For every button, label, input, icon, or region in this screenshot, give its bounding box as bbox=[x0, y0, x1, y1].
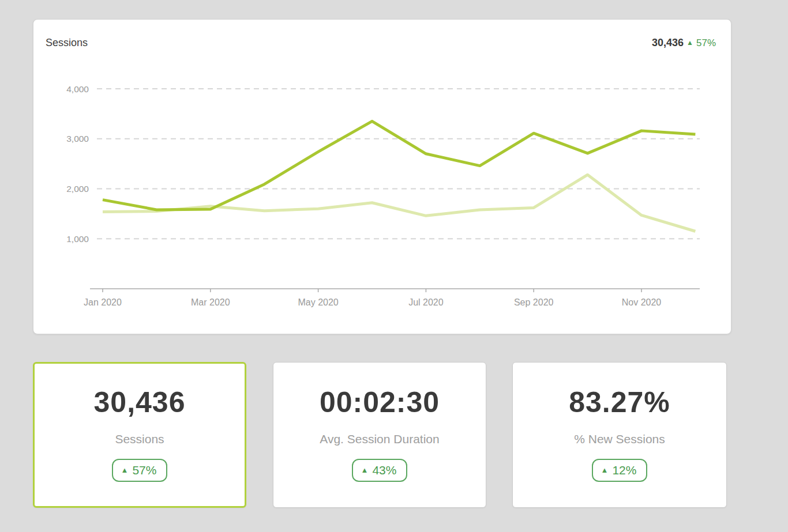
x-axis-label: Nov 2020 bbox=[622, 297, 662, 307]
chart-header: Sessions 30,436 ▲ 57% bbox=[46, 37, 716, 49]
trend-value: 57% bbox=[132, 464, 156, 476]
trend-up-icon: ▲ bbox=[686, 39, 693, 47]
x-axis-label: Sep 2020 bbox=[514, 297, 554, 307]
sessions-previous-line bbox=[103, 175, 695, 231]
trend-badge: ▲ 12% bbox=[592, 459, 648, 482]
trend-up-icon: ▲ bbox=[361, 466, 369, 474]
chart-trend-value: 57% bbox=[696, 37, 716, 49]
trend-value: 43% bbox=[372, 464, 396, 476]
stat-card-new-sessions[interactable]: 83.27% % New Sessions ▲ 12% bbox=[512, 362, 727, 508]
trend-value: 12% bbox=[612, 464, 636, 476]
sessions-current-line bbox=[103, 121, 695, 210]
y-axis-label: 2,000 bbox=[66, 184, 89, 194]
trend-up-icon: ▲ bbox=[121, 466, 129, 474]
x-axis-label: May 2020 bbox=[298, 297, 338, 307]
x-axis-label: Jan 2020 bbox=[84, 297, 122, 307]
stat-card-avg-session-duration[interactable]: 00:02:30 Avg. Session Duration ▲ 43% bbox=[273, 362, 486, 508]
stat-value: 00:02:30 bbox=[273, 388, 486, 417]
x-axis-label: Jul 2020 bbox=[408, 297, 444, 307]
trend-badge: ▲ 43% bbox=[352, 459, 408, 482]
chart-title: Sessions bbox=[46, 37, 88, 49]
y-axis-label: 4,000 bbox=[66, 84, 89, 94]
x-axis-label: Mar 2020 bbox=[191, 297, 230, 307]
stat-value: 83.27% bbox=[513, 388, 726, 417]
stat-card-sessions[interactable]: 30,436 Sessions ▲ 57% bbox=[33, 362, 246, 508]
sessions-line-chart[interactable]: 1,0002,0003,0004,000Jan 2020Mar 2020May … bbox=[33, 20, 732, 335]
trend-up-icon: ▲ bbox=[601, 466, 609, 474]
stat-label: % New Sessions bbox=[513, 433, 726, 445]
chart-total-value: 30,436 bbox=[652, 37, 684, 49]
stat-label: Avg. Session Duration bbox=[273, 433, 486, 445]
trend-badge: ▲ 57% bbox=[112, 459, 168, 482]
y-axis-label: 3,000 bbox=[66, 134, 89, 144]
y-axis-label: 1,000 bbox=[66, 234, 89, 244]
chart-total: 30,436 ▲ 57% bbox=[652, 37, 716, 49]
stat-label: Sessions bbox=[35, 433, 245, 445]
stat-value: 30,436 bbox=[35, 388, 245, 417]
sessions-chart-card: 1,0002,0003,0004,000Jan 2020Mar 2020May … bbox=[33, 19, 731, 334]
